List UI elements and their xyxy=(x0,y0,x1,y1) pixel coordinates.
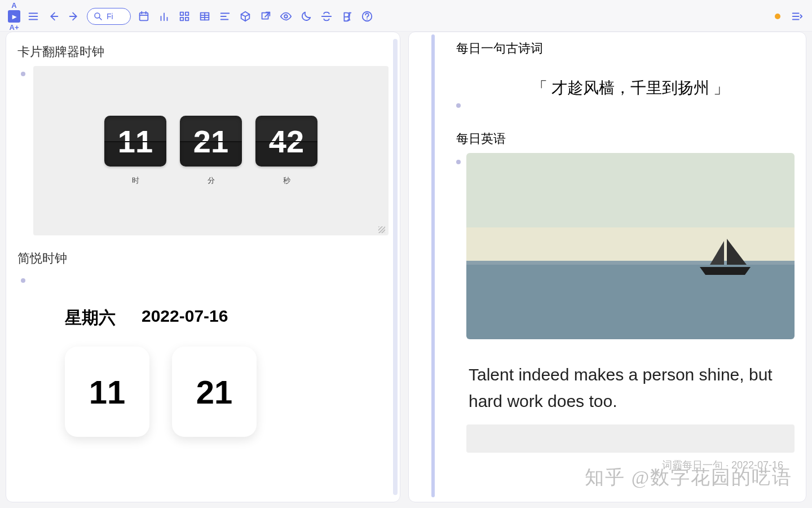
strike-icon[interactable] xyxy=(319,9,334,24)
flip-clock-embed: 11 21 42 时 分 秒 xyxy=(33,66,389,235)
collapse-sidebar-icon[interactable] xyxy=(789,9,804,24)
bullet-icon[interactable] xyxy=(21,72,25,76)
daily-english-footer: 词霸每日一句 · 2022-07-16 xyxy=(466,458,783,472)
quote-translation-placeholder xyxy=(466,424,795,453)
svg-rect-29 xyxy=(262,12,268,19)
sailboat-icon xyxy=(693,238,755,283)
bullet-icon[interactable] xyxy=(21,278,25,283)
workspace: 卡片翻牌器时钟 11 21 42 时 分 秒 简悦时钟 xyxy=(0,32,812,508)
svg-point-31 xyxy=(284,15,288,18)
svg-point-5 xyxy=(95,13,100,18)
table-icon[interactable] xyxy=(197,9,212,24)
font-decrease-label: A xyxy=(11,2,16,9)
flip-seconds: 42 xyxy=(255,116,317,167)
svg-marker-41 xyxy=(710,241,724,265)
simple-clock-minutes: 21 xyxy=(172,347,257,437)
right-panel: 每日一句古诗词 「 才趁风樯，千里到扬州 」 每日英语 xyxy=(408,32,806,502)
svg-rect-16 xyxy=(180,17,184,20)
svg-line-6 xyxy=(99,17,102,20)
daily-english-image xyxy=(466,153,795,339)
search-pill[interactable] xyxy=(87,8,131,25)
eye-icon[interactable] xyxy=(279,9,293,24)
simple-clock-date: 2022-07-16 xyxy=(142,306,228,330)
flip-minutes: 21 xyxy=(180,116,242,167)
nav-forward-icon[interactable] xyxy=(67,9,81,24)
font-sizer[interactable]: A ▸ A+ xyxy=(8,2,20,31)
bar-chart-icon[interactable] xyxy=(157,9,171,24)
daily-poem-heading: 每日一句古诗词 xyxy=(456,40,795,57)
daily-english-heading: 每日英语 xyxy=(456,130,795,147)
flip-clock-heading: 卡片翻牌器时钟 xyxy=(17,43,389,60)
app-logo-icon: ▸ xyxy=(8,10,20,23)
left-panel: 卡片翻牌器时钟 11 21 42 时 分 秒 简悦时钟 xyxy=(6,32,400,502)
top-toolbar: A ▸ A+ xyxy=(0,0,812,32)
simple-clock-weekday: 星期六 xyxy=(65,306,116,330)
sync-status-indicator xyxy=(775,14,780,19)
grid-icon[interactable] xyxy=(177,9,192,24)
svg-marker-42 xyxy=(727,239,747,265)
svg-rect-15 xyxy=(186,12,189,15)
nav-back-icon[interactable] xyxy=(46,9,61,24)
cube-icon[interactable] xyxy=(238,9,253,24)
align-left-icon[interactable] xyxy=(218,9,232,24)
simple-clock-heading: 简悦时钟 xyxy=(17,250,389,267)
svg-line-26 xyxy=(241,14,245,16)
search-icon xyxy=(93,11,103,21)
moon-icon[interactable] xyxy=(299,9,314,24)
font-increase-label: A+ xyxy=(10,24,19,31)
svg-rect-14 xyxy=(180,12,184,15)
daily-poem-text: 「 才趁风樯，千里到扬州 」 xyxy=(466,77,795,99)
simple-clock-embed: 星期六 2022-07-16 11 21 xyxy=(49,287,257,437)
svg-line-27 xyxy=(245,14,249,16)
thread-line xyxy=(431,34,435,497)
search-input[interactable] xyxy=(107,12,125,21)
flip-label-hours: 时 xyxy=(104,176,166,186)
simple-clock-hours: 11 xyxy=(65,347,149,437)
help-icon[interactable] xyxy=(360,9,374,24)
bold-italic-icon[interactable] xyxy=(339,9,354,24)
bullet-icon[interactable] xyxy=(456,160,461,164)
left-scrollbar[interactable] xyxy=(393,39,398,495)
svg-rect-7 xyxy=(140,12,148,20)
flip-label-minutes: 分 xyxy=(180,176,242,186)
menu-icon[interactable] xyxy=(26,9,41,24)
svg-rect-17 xyxy=(186,17,189,20)
flip-label-seconds: 秒 xyxy=(255,176,317,186)
bullet-icon[interactable] xyxy=(456,103,461,108)
daily-english-quote: Talent indeed makes a person shine, but … xyxy=(469,362,792,414)
calendar-icon[interactable] xyxy=(136,9,151,24)
embed-resize-handle[interactable] xyxy=(378,226,385,233)
external-link-icon[interactable] xyxy=(258,9,273,24)
flip-hours: 11 xyxy=(104,116,166,167)
